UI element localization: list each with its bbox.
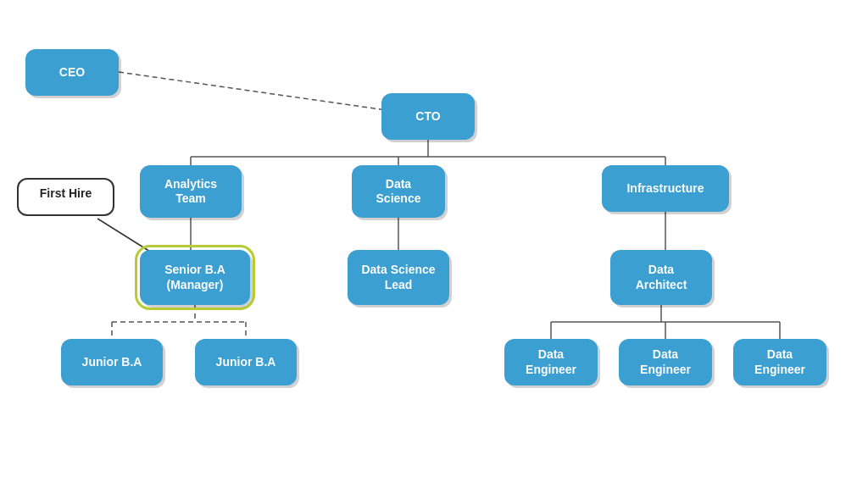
node-data-eng-2: DataEngineer [619,339,712,385]
node-data-eng-1: DataEngineer [504,339,598,385]
node-senior-ba: Senior B.A(Manager) [140,250,250,305]
node-cto: CTO [381,93,475,140]
callout-first-hire: First Hire [17,178,114,216]
node-junior-ba-2: Junior B.A [195,339,297,385]
org-chart: CEO CTO AnalyticsTeam DataScience Infras… [0,0,868,488]
node-data-architect: DataArchitect [610,250,712,305]
node-data-eng-3: DataEngineer [733,339,826,385]
connector-lines [0,0,868,488]
node-junior-ba-1: Junior B.A [61,339,163,385]
node-ceo: CEO [25,49,119,96]
node-infrastructure: Infrastructure [602,165,729,212]
node-analytics-team: AnalyticsTeam [140,165,242,218]
node-ds-lead: Data ScienceLead [348,250,449,305]
node-data-science: DataScience [352,165,445,218]
